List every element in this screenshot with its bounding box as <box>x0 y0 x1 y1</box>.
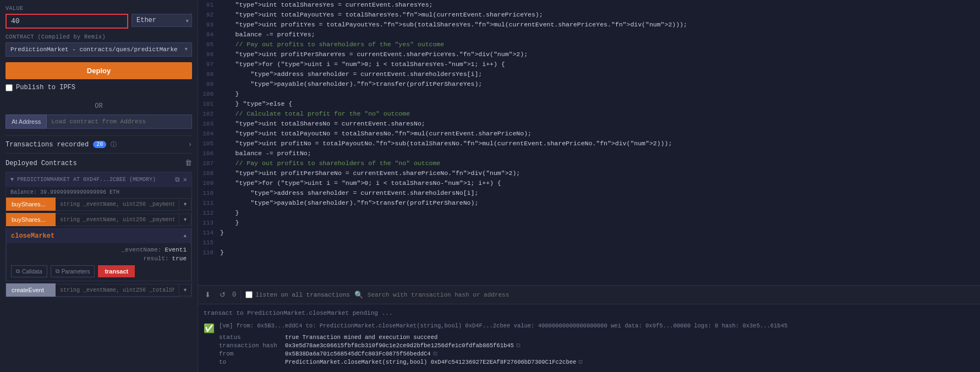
contract-instance-header[interactable]: ▼ PREDICTIONMARKET AT 0XD4F...2CBEE (MEM… <box>6 172 191 187</box>
at-address-button[interactable]: At Address <box>6 114 47 129</box>
transactions-header[interactable]: Transactions recorded 20 ⓘ › <box>6 135 192 154</box>
code-line: 98 "type">address shareholder = currentE… <box>198 69 980 79</box>
line-number: 111 <box>198 198 220 208</box>
code-line: 100 } <box>198 89 980 99</box>
trash-icon[interactable]: 🗑 <box>185 159 192 167</box>
result-label: result: <box>143 255 168 262</box>
code-line: 106 balance -= profitNo; <box>198 149 980 158</box>
line-content: balance -= profitNo; <box>220 149 980 158</box>
tx-field-key: from <box>219 351 280 357</box>
code-line: 105 "type">uint profitNo = totalPayoutNo… <box>198 139 980 149</box>
line-content: // Pay out profits to shareholders of th… <box>220 40 980 50</box>
clear-console-button[interactable]: ↺ <box>217 289 228 300</box>
listen-checkbox-row: listen on all transactions <box>245 291 350 298</box>
buy-shares-1-chevron[interactable]: ▼ <box>179 198 191 210</box>
line-content: "type">payable(shareholder)."fn">transfe… <box>220 198 980 208</box>
value-label: VALUE <box>6 6 192 12</box>
search-input[interactable] <box>368 292 511 298</box>
buy-shares-2-button[interactable]: buyShares... <box>6 213 56 226</box>
unit-select-wrapper: Wei Gwei Ether <box>132 14 192 29</box>
line-content: } "type">else { <box>220 99 980 109</box>
buy-shares-2-input[interactable] <box>56 214 179 226</box>
line-number: 108 <box>198 168 220 178</box>
zero-label: 0 <box>232 291 236 299</box>
tx-field-value: 0x5B38Da6a701c568545dCfc803Fc0875f56bedd… <box>285 351 437 357</box>
parameters-button[interactable]: ⧉ Parameters <box>51 265 95 277</box>
tx-field-value: 0x3e5d78ae3c06615fbf8cb310f90c1e2ce9d2bf… <box>285 342 521 349</box>
buy-shares-2-row: buyShares... ▼ <box>6 213 191 226</box>
line-content: // Pay out profits to shareholders of th… <box>220 158 980 168</box>
toolbar-divider <box>240 290 241 300</box>
code-line: 95 // Pay out profits to shareholders of… <box>198 40 980 50</box>
tx-field-key: to <box>219 359 280 365</box>
contract-instance-label: PREDICTIONMARKET AT 0XD4F...2CBEE (MEMOR… <box>17 177 156 183</box>
tx-field-row: toPredictionMarket.closeMarket(string,bo… <box>219 359 787 365</box>
line-number: 95 <box>198 40 220 50</box>
chevron-up-icon: ▲ <box>184 233 187 239</box>
line-number: 96 <box>198 50 220 59</box>
calldata-button[interactable]: ⧉ Calldata <box>11 265 47 277</box>
line-content: "type">uint profitPerShareNo = currentEv… <box>220 168 980 178</box>
listen-checkbox[interactable] <box>245 291 253 298</box>
line-content: "type">uint totalPayoutYes = totalShares… <box>220 10 980 20</box>
transact-button[interactable]: transact <box>98 265 135 277</box>
code-editor: 91 "type">uint totalSharesYes = currentE… <box>198 0 980 285</box>
success-icon: ✅ <box>204 323 215 334</box>
line-number: 93 <box>198 20 220 30</box>
copy-value-icon[interactable]: ⧉ <box>433 351 437 357</box>
close-icon[interactable]: ✕ <box>183 176 187 184</box>
calldata-icon: ⧉ <box>16 268 20 275</box>
transactions-label: Transactions recorded <box>6 141 89 149</box>
event-name-value: Event1 <box>165 247 187 253</box>
event-name-row: _eventName: Event1 <box>11 247 187 253</box>
scroll-to-bottom-button[interactable]: ⬇ <box>202 289 213 300</box>
line-number: 99 <box>198 79 220 89</box>
value-input[interactable] <box>6 14 128 29</box>
create-event-input[interactable] <box>56 284 179 297</box>
create-event-button[interactable]: createEvent <box>6 283 56 297</box>
line-content: "type">address shareholder = currentEven… <box>220 188 980 198</box>
load-contract-input[interactable] <box>47 114 192 129</box>
contract-label: CONTRACT (Compiled by Remix) <box>6 34 192 40</box>
copy-value-icon[interactable]: ⧉ <box>578 359 583 365</box>
line-content: } <box>220 248 980 258</box>
line-content: "type">payable(shareholder)."fn">transfe… <box>220 79 980 89</box>
buy-shares-2-chevron[interactable]: ▼ <box>179 214 191 226</box>
close-market-header[interactable]: closeMarket ▲ <box>7 229 191 243</box>
line-number: 100 <box>198 89 220 99</box>
line-content: } <box>220 228 980 238</box>
event-name-label: _eventName: <box>122 247 162 253</box>
line-content: } <box>220 208 980 218</box>
create-event-chevron[interactable]: ▼ <box>179 284 191 296</box>
code-line: 92 "type">uint totalPayoutYes = totalSha… <box>198 10 980 20</box>
params-icon: ⧉ <box>56 268 59 275</box>
line-content: } <box>220 89 980 99</box>
line-content: "type">uint profitYes = totalPayoutYes."… <box>220 20 980 30</box>
line-content: "type">for ("type">uint i = "num">0; i <… <box>220 59 980 69</box>
publish-row: Publish to IPFS <box>6 84 192 91</box>
line-number: 104 <box>198 129 220 139</box>
bottom-toolbar: ⬇ ↺ 0 listen on all transactions 🔍 <box>198 285 980 304</box>
line-number: 97 <box>198 59 220 69</box>
unit-select[interactable]: Wei Gwei Ether <box>132 14 192 27</box>
line-content: "type">uint totalSharesYes = currentEven… <box>220 0 980 10</box>
line-number: 102 <box>198 109 220 119</box>
tx-field-row: statustrue Transaction mined and executi… <box>219 334 787 341</box>
code-line: 104 "type">uint totalPayoutNo = totalSha… <box>198 129 980 139</box>
line-number: 91 <box>198 0 220 10</box>
tx-fields: statustrue Transaction mined and executi… <box>219 334 787 365</box>
line-number: 101 <box>198 99 220 109</box>
buy-shares-1-input[interactable] <box>56 198 179 211</box>
deploy-button[interactable]: Deploy <box>6 62 192 79</box>
line-number: 94 <box>198 30 220 40</box>
contract-select[interactable]: PredictionMarket - contracts/ques/predic… <box>6 42 192 57</box>
copy-value-icon[interactable]: ⧉ <box>516 342 521 349</box>
line-number: 109 <box>198 178 220 188</box>
copy-icon[interactable]: ⧉ <box>175 176 180 184</box>
create-event-row: createEvent ▼ <box>6 283 191 297</box>
line-number: 115 <box>198 238 220 248</box>
listen-label: listen on all transactions <box>255 292 350 298</box>
buy-shares-1-button[interactable]: buyShares... <box>6 198 56 211</box>
publish-checkbox[interactable] <box>6 84 13 91</box>
result-row: result: true <box>11 255 187 262</box>
